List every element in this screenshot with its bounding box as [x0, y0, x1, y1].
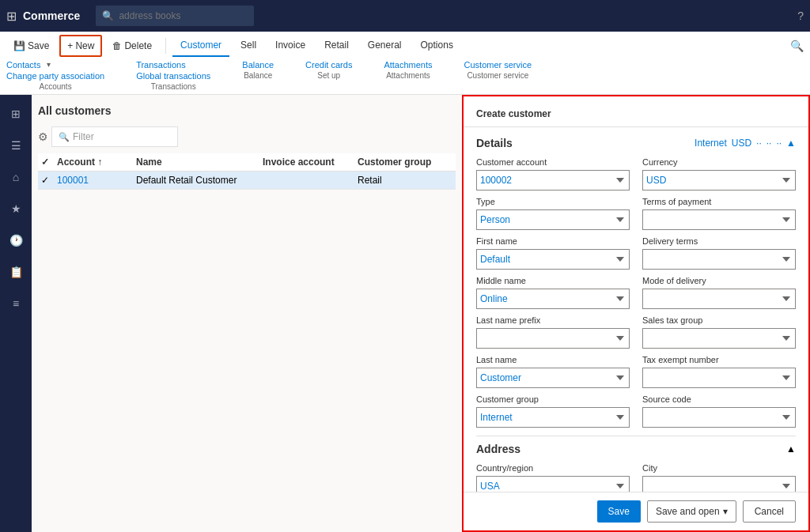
- last-name-prefix-field: Last name prefix: [476, 315, 630, 349]
- address-form-grid: Country/region USA City ZIP/p: [476, 463, 796, 492]
- filter-placeholder: Filter: [73, 131, 94, 142]
- city-select[interactable]: [642, 476, 796, 492]
- collapse-icon[interactable]: ▲: [786, 138, 796, 149]
- cancel-button[interactable]: Cancel: [743, 500, 796, 523]
- country-region-select[interactable]: USA: [476, 476, 630, 492]
- source-code-label: Source code: [642, 394, 796, 404]
- tab-invoice[interactable]: Invoice: [267, 35, 313, 57]
- dots1: ··: [756, 138, 762, 149]
- help-icon[interactable]: ?: [797, 9, 804, 22]
- middle-name-select[interactable]: Online: [476, 289, 630, 309]
- delivery-terms-select[interactable]: [642, 249, 796, 270]
- sales-tax-group-select[interactable]: [642, 328, 796, 349]
- type-select[interactable]: Person: [476, 209, 630, 230]
- dots3: ··: [776, 138, 782, 149]
- sales-tax-group-label: Sales tax group: [642, 315, 796, 325]
- search-bar[interactable]: 🔍: [96, 6, 254, 26]
- last-name-prefix-label: Last name prefix: [476, 315, 630, 325]
- row-account[interactable]: 100001: [57, 175, 136, 186]
- first-name-select[interactable]: Default: [476, 249, 630, 270]
- create-panel-title: Create customer: [476, 108, 551, 119]
- col-name[interactable]: Name: [136, 157, 263, 168]
- last-name-prefix-select[interactable]: [476, 328, 630, 349]
- col-account[interactable]: Account ↑: [57, 157, 136, 168]
- address-collapse-icon[interactable]: ▲: [786, 443, 796, 455]
- sidebar-icon-list[interactable]: 📋: [3, 259, 28, 285]
- details-section-header: Details Internet USD ·· ·· ·· ▲: [476, 134, 796, 149]
- customer-service-group-label: Customer service: [464, 71, 532, 80]
- search-icon: 🔍: [102, 10, 114, 21]
- tab-sell[interactable]: Sell: [233, 35, 264, 57]
- delete-button[interactable]: 🗑 Delete: [105, 35, 159, 57]
- mode-of-delivery-label: Mode of delivery: [642, 276, 796, 285]
- sidebar-icon-star[interactable]: ★: [3, 196, 28, 221]
- ribbon-group-balance: Balance Balance: [242, 60, 274, 91]
- balance-link[interactable]: Balance: [242, 60, 274, 70]
- source-code-select[interactable]: [642, 407, 796, 428]
- row-name: Default Retail Customer: [136, 175, 263, 186]
- main-area: ⊞ ☰ ⌂ ★ 🕐 📋 ≡ All customers ⚙ 🔍 Filter ✓…: [0, 95, 810, 532]
- balance-group-label: Balance: [242, 71, 274, 80]
- contacts-link[interactable]: Contacts: [6, 60, 40, 70]
- save-button[interactable]: Save: [597, 500, 641, 523]
- address-section-title: Address: [476, 443, 520, 455]
- save-button[interactable]: 💾 Save: [6, 35, 56, 57]
- global-transactions-link[interactable]: Global transactions: [136, 71, 210, 81]
- mode-of-delivery-select[interactable]: [642, 289, 796, 309]
- create-panel: Create customer Details Internet USD ·· …: [462, 95, 810, 532]
- change-party-link[interactable]: Change party association: [6, 71, 104, 81]
- details-form-grid: Customer account 100002 Currency USD Typ…: [476, 157, 796, 428]
- sidebar-icon-more[interactable]: ≡: [3, 291, 28, 316]
- ribbon-bottom: Contacts ▾ Change party association Acco…: [0, 60, 810, 94]
- tax-exempt-select[interactable]: [642, 368, 796, 388]
- filter-input-wrapper[interactable]: 🔍 Filter: [51, 126, 178, 147]
- ribbon-group-attachments: Attachments Attachments: [384, 60, 432, 91]
- middle-name-label: Middle name: [476, 276, 630, 285]
- panel-footer: Save Save and open ▾ Cancel: [464, 492, 808, 530]
- type-field: Type Person: [476, 197, 630, 230]
- tab-customer[interactable]: Customer: [172, 35, 229, 57]
- list-panel-title: All customers: [38, 101, 456, 120]
- app-title: Commerce: [23, 9, 80, 22]
- tab-options[interactable]: Options: [413, 35, 461, 57]
- col-checkbox: ✓: [41, 157, 57, 168]
- last-name-field: Last name Customer: [476, 355, 630, 388]
- sidebar-icon-grid[interactable]: ⊞: [3, 101, 28, 126]
- terms-of-payment-select[interactable]: [642, 209, 796, 230]
- contacts-chevron: ▾: [47, 60, 51, 70]
- customer-group-select[interactable]: Internet: [476, 407, 630, 428]
- customer-service-link[interactable]: Customer service: [464, 60, 532, 70]
- sidebar-icon-home[interactable]: ⌂: [3, 164, 28, 190]
- grid-icon[interactable]: ⊞: [6, 9, 17, 24]
- middle-name-field: Middle name Online: [476, 276, 630, 309]
- accounts-group-label: Accounts: [6, 82, 104, 91]
- sidebar-icons: ⊞ ☰ ⌂ ★ 🕐 📋 ≡: [0, 95, 32, 532]
- table-row[interactable]: ✓ 100001 Default Retail Customer Retail: [38, 172, 456, 190]
- customer-account-select[interactable]: 100002: [476, 170, 630, 191]
- customer-group-label: Customer group: [476, 394, 630, 404]
- currency-badge: USD: [732, 138, 751, 149]
- save-and-open-button[interactable]: Save and open ▾: [647, 500, 736, 523]
- col-invoice-account[interactable]: Invoice account: [263, 157, 358, 168]
- row-checkbox: ✓: [41, 175, 57, 186]
- last-name-select[interactable]: Customer: [476, 368, 630, 388]
- row-customer-group: Retail: [358, 175, 452, 186]
- tab-retail[interactable]: Retail: [316, 35, 357, 57]
- ribbon-search-icon[interactable]: 🔍: [790, 40, 804, 52]
- credit-cards-link[interactable]: Credit cards: [305, 60, 352, 70]
- col-customer-group[interactable]: Customer group: [358, 157, 452, 168]
- terms-of-payment-field: Terms of payment: [642, 197, 796, 230]
- search-input[interactable]: [119, 10, 245, 21]
- ribbon-top: 💾 Save + New 🗑 Delete Customer Sell Invo…: [0, 32, 810, 60]
- currency-select[interactable]: USD: [642, 170, 796, 191]
- filter-button[interactable]: ⚙: [38, 130, 48, 143]
- address-section: Address ▲ Country/region USA City: [476, 436, 796, 492]
- attachments-link[interactable]: Attachments: [384, 60, 432, 70]
- tab-general[interactable]: General: [360, 35, 410, 57]
- last-name-label: Last name: [476, 355, 630, 364]
- ribbon-divider: [165, 38, 166, 54]
- sidebar-icon-recent[interactable]: 🕐: [3, 228, 28, 253]
- new-button[interactable]: + New: [59, 35, 102, 57]
- sidebar-icon-menu[interactable]: ☰: [3, 133, 28, 158]
- transactions-link[interactable]: Transactions: [136, 60, 210, 70]
